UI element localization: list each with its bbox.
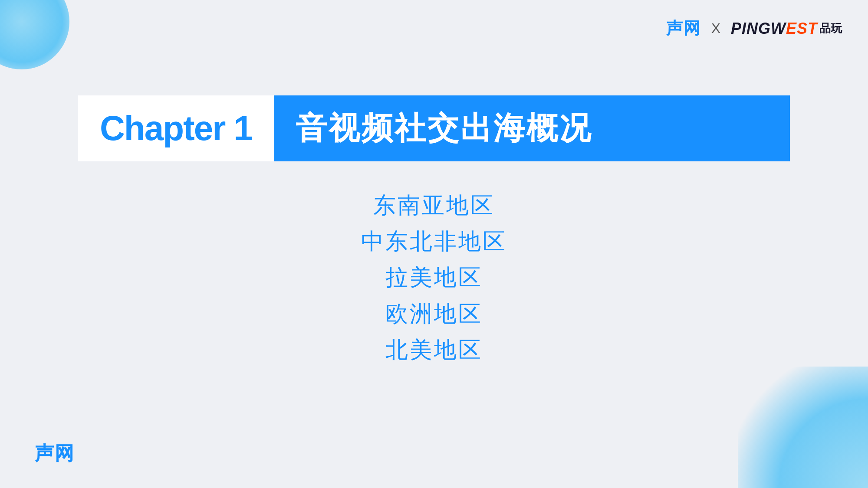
shengwang-logo: 声网 <box>666 17 701 39</box>
bg-decoration-bottom-right <box>738 367 868 488</box>
bottom-shengwang-logo: 声网 <box>35 441 75 466</box>
pingwest-text: PINGWEST <box>731 20 818 38</box>
header-logo: 声网 X PINGWEST 品玩 <box>666 17 842 39</box>
region-item-1: 东南亚地区 <box>373 187 495 223</box>
chapter-number-box: Chapter 1 <box>78 95 274 161</box>
region-item-3: 拉美地区 <box>385 259 483 295</box>
pinwan-text: 品玩 <box>819 21 842 36</box>
region-item-4: 欧洲地区 <box>385 296 483 332</box>
region-item-5: 北美地区 <box>385 332 483 368</box>
logo-separator: X <box>711 20 720 36</box>
chapter-title: 音视频社交出海概况 <box>296 108 592 149</box>
pingwest-logo: PINGWEST 品玩 <box>731 20 842 38</box>
chapter-title-box: 音视频社交出海概况 <box>274 95 790 161</box>
chapter-banner: Chapter 1 音视频社交出海概况 <box>78 95 790 161</box>
bg-decoration-top-left <box>0 0 69 69</box>
chapter-number: Chapter 1 <box>100 108 252 148</box>
region-item-2: 中东北非地区 <box>361 223 507 259</box>
region-list: 东南亚地区 中东北非地区 拉美地区 欧洲地区 北美地区 <box>78 187 790 368</box>
main-content: Chapter 1 音视频社交出海概况 东南亚地区 中东北非地区 拉美地区 欧洲… <box>78 95 790 368</box>
